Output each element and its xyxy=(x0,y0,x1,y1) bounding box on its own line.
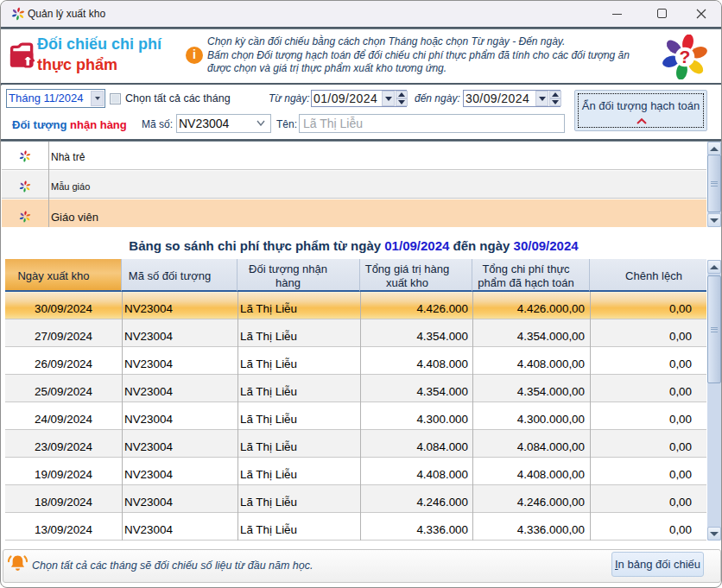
svg-text:?: ? xyxy=(680,47,691,66)
